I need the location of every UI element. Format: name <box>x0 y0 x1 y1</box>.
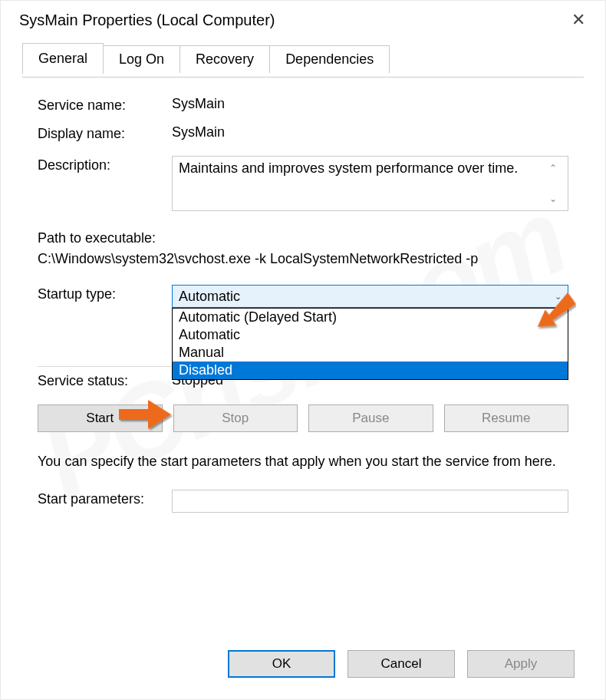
value-path: C:\Windows\system32\svchost.exe -k Local… <box>38 249 568 269</box>
label-path: Path to executable: <box>38 228 568 249</box>
pause-button: Pause <box>308 404 433 432</box>
description-text: Maintains and improves system performanc… <box>179 160 545 207</box>
startup-option-disabled[interactable]: Disabled <box>173 362 568 379</box>
description-scroll[interactable]: ⌃ ⌄ <box>545 160 562 207</box>
startup-option-manual[interactable]: Manual <box>173 344 568 362</box>
chevron-down-icon: ⌄ <box>555 292 562 302</box>
value-service-name: SysMain <box>172 96 568 112</box>
tab-logon[interactable]: Log On <box>103 45 180 73</box>
startup-option-delayed[interactable]: Automatic (Delayed Start) <box>173 309 568 326</box>
tabs-row: General Log On Recovery Dependencies <box>1 42 605 73</box>
startup-type-dropdown-list: Automatic (Delayed Start) Automatic Manu… <box>172 308 568 380</box>
hint-text: You can specify the start parameters tha… <box>38 452 568 471</box>
titlebar: SysMain Properties (Local Computer) ✕ <box>1 1 605 42</box>
start-button[interactable]: Start <box>38 404 163 432</box>
close-icon[interactable]: ✕ <box>567 10 590 30</box>
window-title: SysMain Properties (Local Computer) <box>19 12 275 29</box>
tab-underline <box>22 77 584 78</box>
startup-type-combobox[interactable]: Automatic ⌄ Automatic (Delayed Start) Au… <box>172 285 568 308</box>
value-display-name: SysMain <box>172 124 568 140</box>
label-service-status: Service status: <box>38 371 172 389</box>
tab-general[interactable]: General <box>22 43 104 74</box>
startup-option-automatic[interactable]: Automatic <box>173 326 568 344</box>
start-parameters-input <box>172 490 568 513</box>
dialog-button-row: OK Cancel Apply <box>228 650 575 678</box>
scroll-down-icon[interactable]: ⌄ <box>549 193 557 204</box>
stop-button: Stop <box>173 404 298 432</box>
apply-button: Apply <box>467 650 575 678</box>
tab-dependencies[interactable]: Dependencies <box>269 45 390 73</box>
cancel-button[interactable]: Cancel <box>347 650 455 678</box>
startup-type-selected: Automatic <box>179 289 240 305</box>
label-display-name: Display name: <box>38 124 172 142</box>
label-service-name: Service name: <box>38 96 172 114</box>
scroll-up-icon[interactable]: ⌃ <box>549 163 557 173</box>
resume-button: Resume <box>444 404 569 432</box>
tab-panel-general: Service name: SysMain Display name: SysM… <box>1 73 605 539</box>
label-startup-type: Startup type: <box>38 285 172 302</box>
label-description: Description: <box>38 156 172 173</box>
tab-recovery[interactable]: Recovery <box>179 45 270 73</box>
label-start-parameters: Start parameters: <box>38 490 172 507</box>
ok-button[interactable]: OK <box>228 650 335 678</box>
description-box: Maintains and improves system performanc… <box>172 156 568 211</box>
